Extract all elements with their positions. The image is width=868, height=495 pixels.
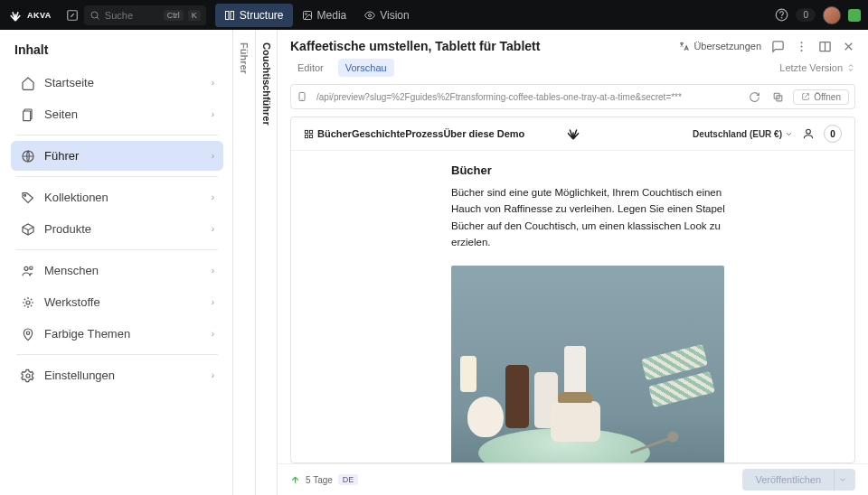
svg-point-6 bbox=[369, 14, 372, 16]
chevron-right-icon: › bbox=[212, 370, 214, 380]
open-label: Öffnen bbox=[814, 92, 841, 102]
sidebar-item-startseite[interactable]: Startseite › bbox=[11, 68, 223, 98]
svg-point-5 bbox=[305, 13, 307, 14]
box-icon bbox=[20, 221, 35, 237]
brand-name: AKVA bbox=[27, 11, 52, 20]
tab-structure-label: Structure bbox=[240, 9, 284, 22]
preview-url-bar: /api/preview?slug=%2Fguides%2Ftransformi… bbox=[290, 84, 855, 109]
preview-frame: Bücher Geschichte Prozess Über diese Dem… bbox=[290, 117, 855, 463]
search-input-wrap[interactable]: Ctrl K bbox=[84, 5, 206, 25]
version-selector[interactable]: Letzte Version bbox=[779, 62, 855, 73]
sidebar-item-label: Produkte bbox=[44, 222, 91, 236]
edit-icon[interactable] bbox=[61, 4, 84, 27]
translate-icon bbox=[678, 41, 690, 52]
more-icon[interactable] bbox=[794, 39, 808, 53]
external-link-icon bbox=[801, 92, 810, 101]
section-body: Bücher sind eine gute Möglichkeit, Ihrem… bbox=[451, 184, 750, 251]
svg-point-18 bbox=[800, 42, 802, 43]
sidebar-item-produkte[interactable]: Produkte › bbox=[11, 214, 223, 244]
publish-more-button[interactable] bbox=[834, 469, 855, 490]
vertical-tab-fuhrer[interactable]: Führer bbox=[233, 30, 255, 495]
preview-body: Bücher Bücher sind eine gute Möglichkeit… bbox=[291, 151, 854, 462]
refresh-icon[interactable] bbox=[746, 89, 762, 105]
preview-nav-geschichte[interactable]: Geschichte bbox=[352, 128, 405, 139]
gear-icon bbox=[20, 368, 35, 383]
sidebar-item-label: Werkstoffe bbox=[44, 295, 100, 309]
preview-logo-icon bbox=[561, 126, 586, 142]
preview-nav-demo[interactable]: Über diese Demo bbox=[443, 128, 524, 139]
svg-rect-25 bbox=[305, 130, 307, 133]
media-icon bbox=[302, 10, 313, 21]
section-title: Bücher bbox=[451, 163, 835, 177]
structure-icon bbox=[224, 10, 235, 21]
open-button[interactable]: Öffnen bbox=[793, 89, 849, 105]
svg-rect-3 bbox=[231, 11, 234, 19]
avatar[interactable] bbox=[823, 6, 841, 24]
split-icon[interactable] bbox=[817, 39, 832, 53]
vertical-tab-label: Führer bbox=[239, 42, 250, 74]
people-icon bbox=[20, 263, 35, 278]
app-badge-icon[interactable] bbox=[848, 9, 861, 22]
kbd-ctrl: Ctrl bbox=[164, 10, 184, 21]
svg-point-19 bbox=[800, 45, 802, 47]
sidebar-item-label: Führer bbox=[44, 149, 79, 163]
preview-nav-prozess[interactable]: Prozess bbox=[405, 128, 443, 139]
svg-rect-2 bbox=[225, 11, 229, 19]
search-input[interactable] bbox=[105, 10, 159, 21]
tab-vision[interactable]: Vision bbox=[355, 4, 418, 27]
tab-structure[interactable]: Structure bbox=[215, 4, 293, 27]
device-icon[interactable] bbox=[297, 90, 309, 103]
help-icon[interactable] bbox=[775, 8, 788, 22]
preview-nav-bucher[interactable]: Bücher bbox=[304, 128, 352, 139]
user-icon[interactable] bbox=[802, 127, 815, 140]
sidebar-item-seiten[interactable]: Seiten › bbox=[11, 99, 223, 129]
cart-count[interactable]: 0 bbox=[824, 125, 842, 143]
comment-icon[interactable] bbox=[770, 39, 785, 53]
tab-vision-label: Vision bbox=[380, 9, 409, 22]
chevron-right-icon: › bbox=[212, 266, 214, 276]
preview-url: /api/preview?slug=%2Fguides%2Ftransformi… bbox=[316, 92, 739, 102]
preview-nav: Bücher Geschichte Prozess Über diese Dem… bbox=[291, 117, 854, 151]
chevron-right-icon: › bbox=[212, 109, 214, 119]
subtab-vorschau[interactable]: Vorschau bbox=[338, 59, 394, 77]
chevron-down-icon bbox=[785, 130, 793, 138]
kbd-k: K bbox=[188, 10, 201, 21]
vision-icon bbox=[364, 10, 375, 21]
sidebar-item-kollektionen[interactable]: Kollektionen › bbox=[11, 182, 223, 212]
sidebar-item-farbige-themen[interactable]: Farbige Themen › bbox=[11, 319, 223, 349]
subtab-editor[interactable]: Editor bbox=[290, 59, 331, 77]
globe-icon bbox=[20, 148, 35, 163]
divider bbox=[16, 176, 218, 177]
sidebar-item-label: Seiten bbox=[44, 107, 78, 121]
copy-icon[interactable] bbox=[769, 89, 786, 105]
brand: AKVA bbox=[7, 7, 52, 23]
close-icon[interactable] bbox=[841, 39, 855, 53]
pages-icon bbox=[20, 107, 35, 122]
publish-button[interactable]: Veröffentlichen bbox=[742, 469, 834, 490]
tag-icon bbox=[20, 190, 35, 205]
version-label: Letzte Version bbox=[779, 62, 843, 73]
search-icon bbox=[90, 10, 100, 21]
chevron-right-icon: › bbox=[212, 224, 214, 234]
chevron-right-icon: › bbox=[212, 192, 214, 202]
tab-media[interactable]: Media bbox=[293, 4, 356, 27]
preview-nav-label: Bücher bbox=[317, 128, 352, 139]
sidebar-item-label: Menschen bbox=[44, 264, 99, 277]
sidebar-item-menschen[interactable]: Menschen › bbox=[11, 256, 223, 285]
chevron-updown-icon bbox=[846, 63, 855, 72]
sidebar-item-label: Farbige Themen bbox=[44, 327, 130, 341]
svg-point-8 bbox=[782, 17, 783, 18]
notification-count[interactable]: 0 bbox=[796, 8, 816, 22]
sidebar-item-einstellungen[interactable]: Einstellungen › bbox=[11, 360, 223, 390]
locale-selector[interactable]: Deutschland (EUR €) bbox=[693, 129, 793, 139]
translations-button[interactable]: Übersetzungen bbox=[678, 41, 761, 52]
document-footer: 5 Tage DE Veröffentlichen bbox=[278, 463, 868, 495]
svg-point-14 bbox=[29, 266, 32, 269]
preview-image bbox=[451, 266, 724, 462]
sidebar-item-werkstoffe[interactable]: Werkstoffe › bbox=[11, 287, 223, 317]
document-header: Kaffeetische umstellen, Tablett für Tabl… bbox=[278, 30, 868, 57]
svg-point-20 bbox=[800, 49, 802, 51]
sidebar-item-fuhrer[interactable]: Führer › bbox=[11, 141, 223, 171]
divider bbox=[16, 135, 218, 135]
vertical-tab-couchtischfuhrer[interactable]: Couchtischführer bbox=[255, 30, 277, 495]
